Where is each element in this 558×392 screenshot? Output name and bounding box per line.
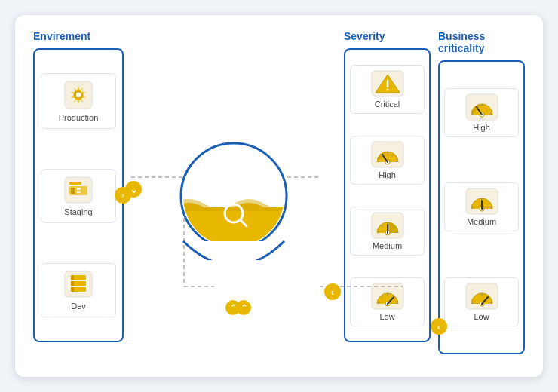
- svg-rect-6: [71, 188, 75, 194]
- severity-title: Severity: [344, 30, 431, 42]
- main-card: Envirement › Production: [15, 15, 543, 377]
- env-item-dev[interactable]: Dev: [41, 263, 116, 317]
- environment-box: › Production: [33, 48, 124, 342]
- env-item-staging[interactable]: Staging: [41, 169, 116, 223]
- criticality-title: Business criticality: [438, 30, 525, 54]
- severity-box: Critical High: [344, 48, 431, 342]
- svg-rect-7: [77, 188, 81, 190]
- severity-item-low[interactable]: Low: [350, 277, 425, 326]
- severity-high-label: High: [379, 170, 396, 179]
- database-icon: [63, 270, 94, 299]
- criticality-item-high[interactable]: High: [444, 88, 519, 137]
- gauge-low-icon: [371, 283, 404, 310]
- gauge-bc-medium-icon: [465, 188, 498, 215]
- severity-left-arrow[interactable]: ‹: [324, 283, 341, 300]
- severity-medium-label: Medium: [373, 241, 402, 250]
- svg-point-2: [75, 92, 81, 98]
- gauge-visual: [173, 132, 294, 260]
- severity-item-critical[interactable]: Critical: [350, 65, 425, 114]
- environment-panel: Envirement › Production: [33, 30, 124, 342]
- env-staging-label: Staging: [64, 207, 92, 216]
- severity-panel: Severity Critical: [344, 30, 431, 342]
- svg-rect-11: [71, 275, 74, 280]
- svg-rect-4: [69, 182, 81, 185]
- environment-title: Envirement: [33, 30, 124, 42]
- severity-item-medium[interactable]: Medium: [350, 207, 425, 256]
- svg-point-29: [386, 88, 388, 90]
- gauge-svg: [173, 132, 294, 260]
- criticality-left-arrow[interactable]: ‹: [431, 318, 447, 335]
- severity-low-label: Low: [379, 312, 394, 321]
- files-icon: [63, 176, 94, 204]
- gauge-medium-icon: [371, 212, 404, 239]
- svg-rect-13: [71, 281, 74, 286]
- gauge-high-icon: [371, 141, 404, 168]
- svg-rect-15: [71, 287, 74, 292]
- env-item-production[interactable]: Production: [41, 73, 116, 129]
- gauge-bc-high-icon: [465, 93, 498, 121]
- severity-item-high[interactable]: High: [350, 136, 425, 185]
- gear-icon: [63, 80, 94, 110]
- severity-critical-label: Critical: [375, 100, 400, 109]
- criticality-box: ‹ High: [438, 60, 525, 354]
- gauge-bc-low-icon: [465, 283, 498, 310]
- env-right-arrow[interactable]: ›: [115, 187, 131, 204]
- env-production-label: Production: [59, 113, 99, 122]
- warning-icon: [371, 70, 404, 97]
- gauge-up-arrow2[interactable]: ⌃: [236, 300, 251, 315]
- svg-rect-8: [77, 191, 81, 193]
- criticality-item-low[interactable]: Low: [444, 277, 519, 326]
- criticality-medium-label: Medium: [467, 217, 496, 226]
- criticality-low-label: Low: [474, 312, 489, 321]
- middle-section: ⌄ ⌃ ⌃ ‹: [124, 30, 344, 362]
- criticality-high-label: High: [473, 123, 490, 132]
- criticality-panel: Business criticality ‹ High: [438, 30, 525, 354]
- env-dev-label: Dev: [71, 302, 86, 311]
- criticality-item-medium[interactable]: Medium: [444, 182, 519, 231]
